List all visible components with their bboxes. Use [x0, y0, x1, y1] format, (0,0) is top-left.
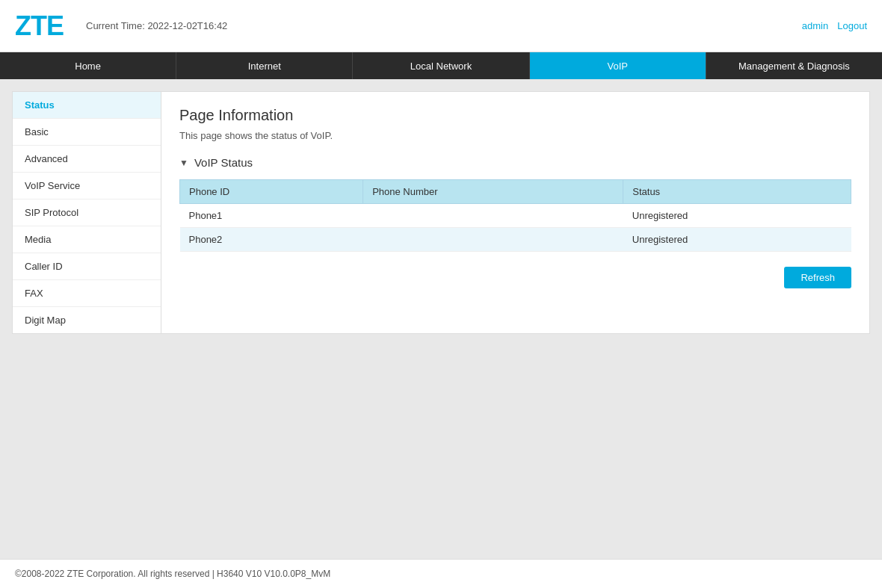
logo: ZTE: [15, 10, 64, 42]
phone-number-2: [363, 228, 623, 252]
nav-local-network[interactable]: Local Network: [353, 52, 529, 79]
section-header: ▼ VoIP Status: [179, 156, 851, 169]
content-area: Page Information This page shows the sta…: [161, 91, 870, 334]
table-row: Phone1 Unregistered: [180, 204, 851, 228]
sidebar-item-sip-protocol[interactable]: SIP Protocol: [13, 199, 161, 226]
phone-number-1: [363, 204, 623, 228]
current-time-label: Current Time:: [86, 20, 145, 31]
header-user-area: admin Logout: [802, 20, 867, 31]
phone-status-1: Unregistered: [623, 204, 851, 228]
section-title: VoIP Status: [194, 156, 253, 169]
footer-text: ©2008-2022 ZTE Corporation. All rights r…: [15, 569, 330, 579]
col-header-phone-number: Phone Number: [363, 180, 623, 204]
sidebar-item-advanced[interactable]: Advanced: [13, 146, 161, 173]
nav-internet[interactable]: Internet: [176, 52, 353, 79]
phone-status-2: Unregistered: [623, 228, 851, 252]
section-toggle-icon[interactable]: ▼: [179, 158, 188, 168]
header: ZTE Current Time: 2022-12-02T16:42 admin…: [0, 0, 882, 52]
current-time-value: 2022-12-02T16:42: [147, 20, 227, 31]
sidebar-item-caller-id[interactable]: Caller ID: [13, 253, 161, 280]
page-title: Page Information: [179, 107, 851, 124]
nav-home[interactable]: Home: [0, 52, 176, 79]
button-row: Refresh: [179, 267, 851, 288]
col-header-status: Status: [623, 180, 851, 204]
voip-status-table: Phone ID Phone Number Status Phone1 Unre…: [179, 179, 851, 252]
footer: ©2008-2022 ZTE Corporation. All rights r…: [0, 559, 882, 588]
page-description: This page shows the status of VoIP.: [179, 130, 851, 141]
sidebar-item-status[interactable]: Status: [13, 92, 161, 119]
sidebar: Status Basic Advanced VoIP Service SIP P…: [12, 91, 161, 334]
main-container: Status Basic Advanced VoIP Service SIP P…: [12, 91, 870, 334]
main-nav: Home Internet Local Network VoIP Managem…: [0, 52, 882, 79]
sidebar-item-media[interactable]: Media: [13, 226, 161, 253]
sidebar-item-digit-map[interactable]: Digit Map: [13, 307, 161, 333]
sidebar-item-voip-service[interactable]: VoIP Service: [13, 173, 161, 199]
phone-id-1: Phone1: [180, 204, 363, 228]
logout-link[interactable]: Logout: [837, 20, 867, 31]
col-header-phone-id: Phone ID: [180, 180, 363, 204]
sidebar-item-fax[interactable]: FAX: [13, 280, 161, 307]
table-row: Phone2 Unregistered: [180, 228, 851, 252]
phone-id-2: Phone2: [180, 228, 363, 252]
nav-management[interactable]: Management & Diagnosis: [706, 52, 882, 79]
sidebar-item-basic[interactable]: Basic: [13, 119, 161, 146]
current-time: Current Time: 2022-12-02T16:42: [86, 20, 802, 31]
nav-voip[interactable]: VoIP: [530, 52, 706, 79]
admin-link[interactable]: admin: [802, 20, 828, 31]
refresh-button[interactable]: Refresh: [784, 267, 851, 288]
